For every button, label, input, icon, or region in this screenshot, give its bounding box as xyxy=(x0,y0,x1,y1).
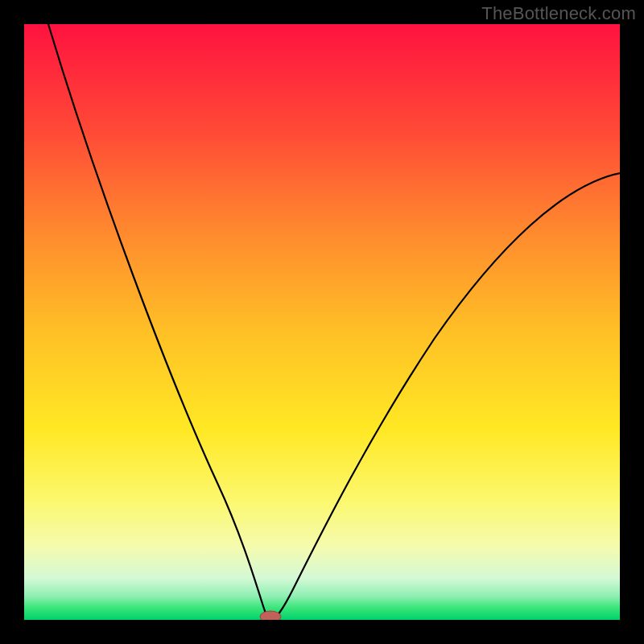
chart-svg xyxy=(24,24,620,620)
plot-area xyxy=(24,24,620,620)
minimum-marker xyxy=(260,611,281,620)
chart-outer-frame: TheBottleneck.com xyxy=(0,0,644,644)
watermark-text: TheBottleneck.com xyxy=(481,3,636,24)
